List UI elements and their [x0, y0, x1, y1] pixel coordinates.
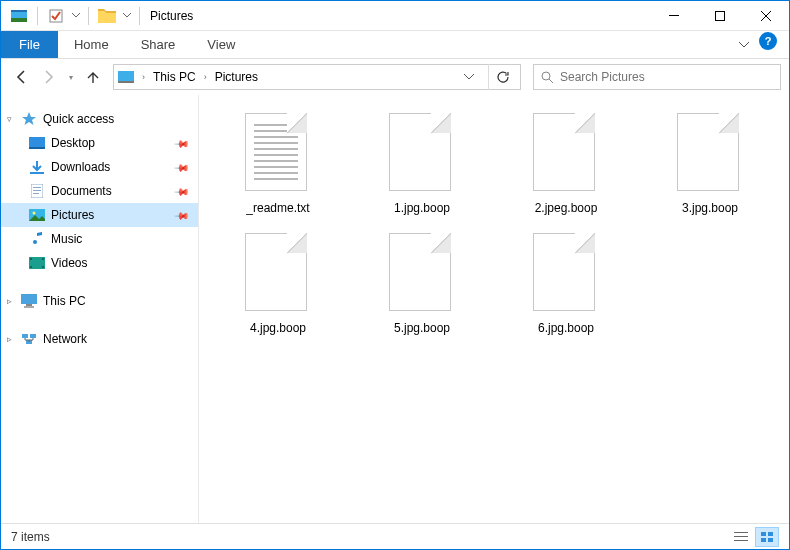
search-icon [540, 70, 554, 84]
tab-share[interactable]: Share [125, 31, 192, 58]
refresh-button[interactable] [488, 64, 516, 90]
expand-ribbon-icon[interactable] [729, 31, 759, 58]
sidebar-item-label: Videos [51, 256, 87, 270]
navigation-toolbar: ▾ › This PC › Pictures [1, 59, 789, 95]
svg-rect-32 [761, 532, 766, 536]
file-item[interactable]: 2.jpeg.boop [497, 113, 635, 215]
svg-rect-25 [24, 306, 34, 308]
sidebar-item-downloads[interactable]: Downloads 📌 [1, 155, 198, 179]
file-item[interactable]: _readme.txt [209, 113, 347, 215]
window-controls [651, 1, 789, 31]
details-view-button[interactable] [729, 527, 753, 547]
back-button[interactable] [9, 65, 33, 89]
item-count-label: 7 items [11, 530, 50, 544]
file-label: _readme.txt [246, 201, 309, 215]
svg-rect-30 [734, 536, 748, 537]
svg-rect-24 [26, 304, 32, 306]
pc-icon [21, 293, 37, 309]
svg-rect-21 [42, 258, 44, 260]
generic-file-icon [677, 113, 743, 193]
breadcrumb-this-pc[interactable]: This PC [153, 70, 196, 84]
sidebar-item-label: Pictures [51, 208, 94, 222]
svg-rect-27 [30, 334, 36, 338]
forward-button[interactable] [37, 65, 61, 89]
minimize-button[interactable] [651, 1, 697, 31]
svg-rect-9 [29, 137, 45, 147]
sidebar-item-documents[interactable]: Documents 📌 [1, 179, 198, 203]
sidebar-item-label: Music [51, 232, 82, 246]
svg-rect-11 [30, 172, 44, 174]
generic-file-icon [389, 233, 455, 313]
file-label: 1.jpg.boop [394, 201, 450, 215]
chevron-right-icon[interactable]: ▹ [7, 334, 12, 344]
title-bar: Pictures [1, 1, 789, 31]
svg-rect-7 [118, 81, 134, 83]
desktop-icon [29, 135, 45, 151]
svg-rect-14 [33, 190, 41, 191]
recent-locations-icon[interactable]: ▾ [65, 73, 77, 82]
sidebar-quick-access[interactable]: ▿ Quick access [1, 107, 198, 131]
sidebar-item-music[interactable]: Music [1, 227, 198, 251]
tab-view[interactable]: View [191, 31, 251, 58]
pin-icon: 📌 [174, 159, 190, 175]
videos-icon [29, 255, 45, 271]
file-label: 2.jpeg.boop [535, 201, 598, 215]
svg-rect-2 [11, 10, 27, 12]
chevron-right-icon[interactable]: › [204, 72, 207, 82]
sidebar-item-desktop[interactable]: Desktop 📌 [1, 131, 198, 155]
address-bar[interactable]: › This PC › Pictures [113, 64, 521, 90]
maximize-button[interactable] [697, 1, 743, 31]
pin-icon: 📌 [174, 207, 190, 223]
svg-point-17 [33, 212, 36, 215]
sidebar-item-pictures[interactable]: Pictures 📌 [1, 203, 198, 227]
status-bar: 7 items [1, 523, 789, 549]
svg-rect-15 [33, 193, 39, 194]
svg-point-8 [542, 72, 550, 80]
help-button[interactable]: ? [759, 32, 785, 58]
sidebar-item-videos[interactable]: Videos [1, 251, 198, 275]
content-pane[interactable]: _readme.txt1.jpg.boop2.jpeg.boop3.jpg.bo… [199, 95, 789, 523]
large-icons-view-button[interactable] [755, 527, 779, 547]
tab-home[interactable]: Home [58, 31, 125, 58]
svg-rect-6 [118, 71, 134, 81]
file-item[interactable]: 4.jpg.boop [209, 233, 347, 335]
file-item[interactable]: 6.jpg.boop [497, 233, 635, 335]
ribbon: File Home Share View ? [1, 31, 789, 59]
downloads-icon [29, 159, 45, 175]
search-box[interactable] [533, 64, 781, 90]
sidebar-this-pc[interactable]: ▹ This PC [1, 289, 198, 313]
chevron-right-icon[interactable]: ▹ [7, 296, 12, 306]
svg-rect-33 [768, 532, 773, 536]
up-button[interactable] [81, 65, 105, 89]
properties-icon[interactable] [44, 5, 68, 27]
svg-rect-31 [734, 540, 748, 541]
svg-rect-20 [30, 266, 32, 268]
svg-rect-10 [29, 147, 45, 149]
file-label: 5.jpg.boop [394, 321, 450, 335]
pin-icon: 📌 [174, 183, 190, 199]
sidebar-network[interactable]: ▹ Network [1, 327, 198, 351]
pin-icon: 📌 [174, 135, 190, 151]
network-icon [21, 331, 37, 347]
address-dropdown-icon[interactable] [458, 74, 480, 80]
close-button[interactable] [743, 1, 789, 31]
chevron-right-icon[interactable]: › [142, 72, 145, 82]
file-tab[interactable]: File [1, 31, 58, 58]
system-menu-icon[interactable] [7, 5, 31, 27]
sidebar-item-label: Downloads [51, 160, 110, 174]
generic-file-icon [533, 233, 599, 313]
chevron-down-icon[interactable]: ▿ [7, 114, 12, 124]
qat-dropdown-icon[interactable] [70, 5, 82, 27]
file-label: 6.jpg.boop [538, 321, 594, 335]
file-item[interactable]: 1.jpg.boop [353, 113, 491, 215]
qat-dropdown2-icon[interactable] [121, 5, 133, 27]
svg-rect-1 [11, 18, 27, 22]
file-item[interactable]: 5.jpg.boop [353, 233, 491, 335]
sidebar-item-label: Quick access [43, 112, 114, 126]
search-input[interactable] [560, 70, 774, 84]
folder-icon[interactable] [95, 5, 119, 27]
breadcrumb-pictures[interactable]: Pictures [215, 70, 258, 84]
file-label: 3.jpg.boop [682, 201, 738, 215]
sidebar-item-label: Network [43, 332, 87, 346]
file-item[interactable]: 3.jpg.boop [641, 113, 779, 215]
